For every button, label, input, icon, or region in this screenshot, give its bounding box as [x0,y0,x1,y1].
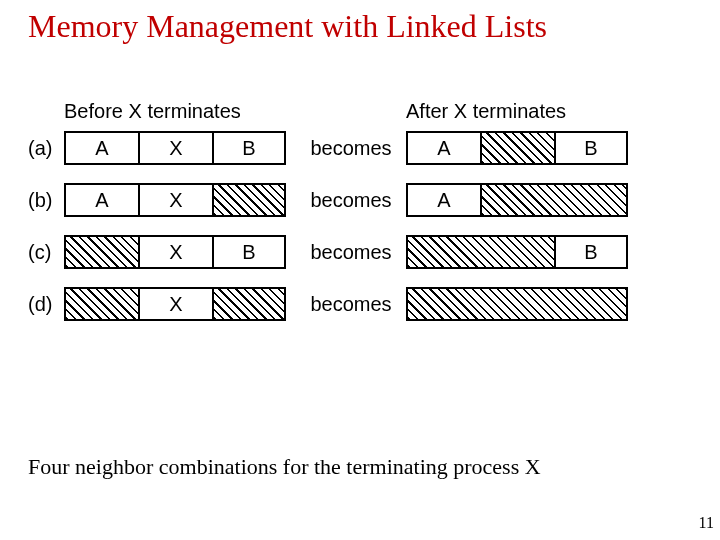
process-segment-b: B [212,235,286,269]
header-spacer [28,100,64,123]
segment-group: AXB [64,131,296,165]
process-segment-a: A [406,131,480,165]
process-segment-x: X [138,131,212,165]
row-label: (c) [28,241,64,264]
figure-row: (c)XBbecomesB [28,235,692,269]
process-segment-x: X [138,183,212,217]
free-segment [480,131,554,165]
column-headers: Before X terminates After X terminates [28,100,692,123]
figure-row: (a)AXBbecomesAB [28,131,692,165]
row-label: (b) [28,189,64,212]
process-segment-b: B [554,131,628,165]
header-after: After X terminates [406,100,638,123]
process-segment-b: B [554,235,628,269]
slide-caption: Four neighbor combinations for the termi… [28,454,541,480]
free-segment [480,183,628,217]
header-mid-spacer [296,100,406,123]
process-segment-a: A [64,131,138,165]
rows-container: (a)AXBbecomesAB(b)AXbecomesA(c)XBbecomes… [28,131,692,321]
free-segment [64,235,138,269]
memory-figure: Before X terminates After X terminates (… [28,100,692,339]
segment-group: AX [64,183,296,217]
free-segment [406,235,554,269]
figure-row: (d)Xbecomes [28,287,692,321]
process-segment-x: X [138,235,212,269]
becomes-label: becomes [296,293,406,316]
segment-group [406,287,638,321]
process-segment-x: X [138,287,212,321]
free-segment [212,287,286,321]
slide-title: Memory Management with Linked Lists [0,8,720,45]
page-number: 11 [699,514,714,532]
segment-group: AB [406,131,638,165]
becomes-label: becomes [296,137,406,160]
free-segment [212,183,286,217]
segment-group: B [406,235,638,269]
row-label: (d) [28,293,64,316]
figure-row: (b)AXbecomesA [28,183,692,217]
free-segment [64,287,138,321]
becomes-label: becomes [296,241,406,264]
segment-group: A [406,183,638,217]
segment-group: XB [64,235,296,269]
becomes-label: becomes [296,189,406,212]
header-before: Before X terminates [64,100,296,123]
process-segment-b: B [212,131,286,165]
process-segment-a: A [64,183,138,217]
row-label: (a) [28,137,64,160]
process-segment-a: A [406,183,480,217]
free-segment [406,287,628,321]
segment-group: X [64,287,296,321]
